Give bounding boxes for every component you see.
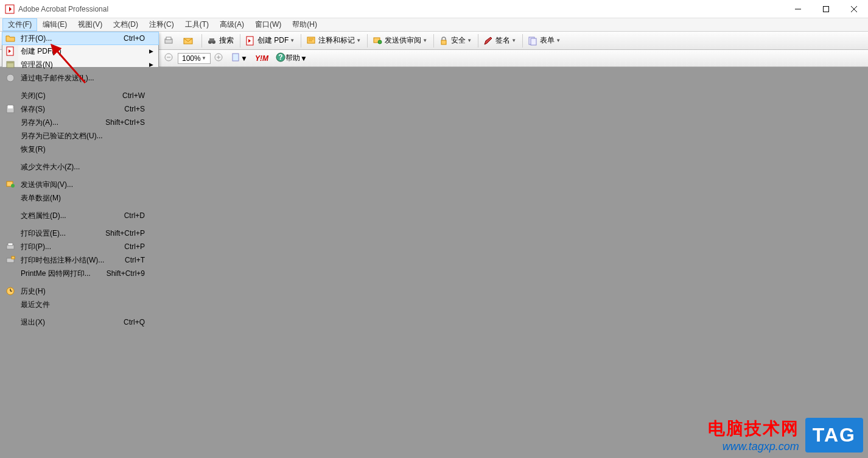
search-button[interactable]: 搜索 — [204, 33, 237, 48]
maximize-button[interactable] — [812, 0, 840, 18]
menu-send-for-review[interactable]: 发送供审阅(V)... ▶ — [2, 178, 158, 191]
watermark: 电脑技术网 www.tagxp.com TAG — [708, 417, 863, 453]
forms-button[interactable]: 表单 ▼ — [525, 33, 564, 48]
svg-rect-12 — [307, 37, 315, 43]
zoom-input[interactable]: 100%▼ — [178, 53, 211, 64]
menu-recent-label: 最近文件 — [21, 300, 158, 310]
email-button[interactable] — [180, 33, 198, 48]
create-pdf-label: 创建 PDF — [257, 35, 289, 46]
open-folder-icon — [5, 33, 16, 43]
save-icon — [5, 104, 16, 114]
chevron-down-icon: ▼ — [556, 38, 561, 43]
eform-button[interactable]: ▼ — [228, 52, 251, 65]
send-review-button[interactable]: 发送供审阅 ▼ — [369, 33, 430, 48]
menu-close-shortcut: Ctrl+W — [122, 91, 145, 100]
forms-icon — [528, 36, 537, 46]
menu-print-label: 打印(P)... — [21, 242, 124, 252]
doc-icon — [231, 52, 240, 64]
svg-rect-19 — [531, 38, 536, 45]
chevron-down-icon: ▼ — [290, 38, 295, 43]
organizer-icon — [5, 60, 16, 69]
menubar: 文件(F) 编辑(E) 视图(V) 文档(D) 注释(C) 工具(T) 高级(A… — [0, 18, 868, 32]
svg-rect-25 — [233, 54, 239, 61]
security-button[interactable]: 安全 ▼ — [436, 33, 475, 48]
svg-rect-10 — [209, 38, 214, 41]
menu-email-label: 通过电子邮件发送(L)... — [21, 73, 158, 83]
menu-tools[interactable]: 工具(T) — [180, 18, 214, 31]
pen-icon — [483, 36, 493, 46]
menu-edit[interactable]: 编辑(E) — [37, 18, 72, 31]
menu-form-data[interactable]: 表单数据(M) ▶ — [2, 191, 158, 205]
menu-comment[interactable]: 注释(C) — [144, 18, 180, 31]
menu-recent[interactable]: 最近文件 — [2, 298, 158, 311]
menu-open-label: 打开(O)... — [21, 33, 124, 44]
svg-point-35 — [11, 184, 15, 188]
close-button[interactable] — [840, 0, 868, 18]
menu-view[interactable]: 视图(V) — [72, 18, 108, 31]
zoom-out-button[interactable] — [161, 52, 177, 65]
create-pdf-button[interactable]: 创建 PDF ▼ — [242, 33, 298, 48]
menu-organizer[interactable]: 管理器(N) ▶ — [2, 58, 158, 71]
menu-close-label: 关闭(C) — [21, 91, 122, 101]
menu-save-certified[interactable]: 另存为已验证的文档(U)... — [2, 129, 158, 143]
lock-icon — [439, 36, 449, 46]
zoom-in-button[interactable] — [211, 52, 226, 65]
minimize-button[interactable] — [784, 0, 812, 18]
menu-organizer-label: 管理器(N) — [21, 60, 158, 70]
zoom-value: 100% — [182, 54, 201, 63]
menu-history[interactable]: 历史(H) ▶ — [2, 284, 158, 298]
chevron-down-icon: ▼ — [300, 54, 307, 63]
menu-open[interactable]: 打开(O)... Ctrl+O — [2, 32, 159, 45]
forms-label: 表单 — [540, 35, 555, 46]
menu-save-label: 保存(S) — [21, 104, 124, 114]
menu-history-label: 历史(H) — [21, 286, 158, 297]
chevron-down-icon: ▼ — [240, 54, 248, 63]
menu-email[interactable]: 通过电子邮件发送(L)... — [2, 71, 158, 85]
help-button[interactable]: ? 帮助 ▼ — [273, 52, 310, 65]
menu-form-data-label: 表单数据(M) — [21, 193, 158, 203]
menu-send-for-review-label: 发送供审阅(V)... — [21, 180, 158, 190]
menu-file[interactable]: 文件(F) — [2, 18, 37, 31]
menu-exit-label: 退出(X) — [21, 317, 124, 328]
window-controls — [784, 0, 868, 18]
help-icon: ? — [276, 52, 285, 64]
pdf-icon — [245, 36, 255, 46]
menu-printme-label: PrintMe 因特网打印... — [21, 269, 107, 279]
print-button[interactable] — [161, 33, 179, 48]
watermark-url: www.tagxp.com — [708, 440, 799, 453]
chevron-down-icon: ▼ — [422, 38, 427, 43]
menu-create-pdf[interactable]: 创建 PDF(F) ▶ — [2, 44, 158, 58]
yahoo-button[interactable]: Y!‪‪M — [252, 52, 271, 65]
menu-reduce-size-label: 减少文件大小(Z)... — [21, 162, 158, 172]
svg-rect-30 — [7, 62, 14, 63]
comment-mark-button[interactable]: 注释和标记 ▼ — [303, 33, 364, 48]
menu-save-as-label: 另存为(A)... — [21, 118, 105, 128]
menu-save-shortcut: Ctrl+S — [124, 105, 145, 113]
menu-document[interactable]: 文档(D) — [108, 18, 144, 31]
watermark-title: 电脑技术网 — [708, 417, 799, 440]
pdf-app-icon — [5, 4, 15, 14]
menu-doc-properties-label: 文档属性(D)... — [21, 211, 124, 221]
printer-icon — [164, 36, 173, 46]
chevron-down-icon: ▼ — [356, 38, 361, 43]
menu-save-as-shortcut: Shift+Ctrl+S — [105, 118, 145, 127]
svg-rect-39 — [12, 256, 15, 259]
watermark-tag: TAG — [805, 418, 863, 453]
menu-revert[interactable]: 恢复(R) — [2, 143, 158, 156]
menu-help[interactable]: 帮助(H) — [287, 18, 323, 31]
menu-advanced[interactable]: 高级(A) — [214, 18, 250, 31]
globe-icon — [5, 73, 16, 83]
chevron-down-icon: ▼ — [201, 55, 206, 61]
menu-reduce-size[interactable]: 减少文件大小(Z)... — [2, 160, 158, 174]
sign-button[interactable]: 签名 ▼ — [480, 33, 519, 48]
search-label: 搜索 — [219, 35, 234, 46]
send-review-label: 发送供审阅 — [385, 35, 421, 46]
svg-text:?: ? — [278, 53, 282, 62]
menu-window[interactable]: 窗口(W) — [250, 18, 287, 31]
svg-rect-2 — [824, 6, 829, 12]
svg-rect-37 — [8, 243, 13, 245]
menu-print-setup-shortcut: Shift+Ctrl+P — [105, 229, 145, 238]
envelope-icon — [183, 36, 193, 46]
menu-print-setup-label: 打印设置(E)... — [21, 228, 105, 239]
print-comments-icon — [5, 255, 16, 265]
